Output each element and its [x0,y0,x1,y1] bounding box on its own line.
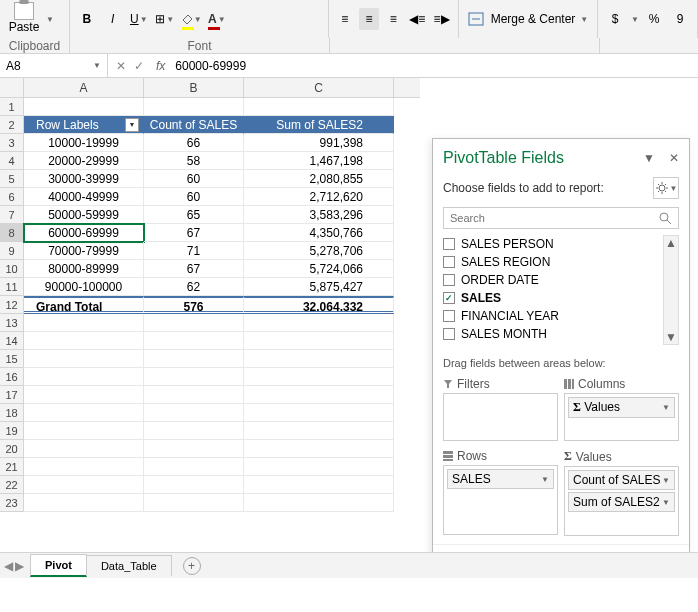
cell[interactable] [24,314,144,332]
row-header[interactable]: 3 [0,134,24,152]
row-header[interactable]: 18 [0,404,24,422]
cell[interactable]: 65 [144,206,244,224]
cell[interactable]: 50000-59999 [24,206,144,224]
cell[interactable]: 66 [144,134,244,152]
italic-button[interactable]: I [102,8,124,30]
columns-area[interactable]: Σ Values▼ [564,393,679,441]
row-header[interactable]: 11 [0,278,24,296]
row-header[interactable]: 14 [0,332,24,350]
cell[interactable] [244,440,394,458]
close-icon[interactable]: ✕ [669,151,679,165]
filters-area[interactable] [443,393,558,441]
cell[interactable]: 60000-69999 [24,224,144,242]
cell[interactable]: 5,278,706 [244,242,394,260]
cancel-formula-icon[interactable]: ✕ [116,59,126,73]
row-header[interactable]: 13 [0,314,24,332]
cell[interactable] [244,350,394,368]
cell[interactable]: 80000-89999 [24,260,144,278]
cell[interactable]: 3,583,296 [244,206,394,224]
tab-data-table[interactable]: Data_Table [86,555,172,576]
row-header[interactable]: 1 [0,98,24,116]
border-button[interactable]: ⊞▼ [154,8,176,30]
indent-decrease-button[interactable]: ◀≡ [407,8,427,30]
fill-color-button[interactable]: ▼ [180,8,202,30]
cell[interactable] [244,98,394,116]
field-scrollbar[interactable]: ▲▼ [663,235,679,345]
cell[interactable]: Sum of SALES2 [244,116,394,134]
cell[interactable] [144,314,244,332]
cell[interactable] [144,494,244,512]
cell[interactable] [144,440,244,458]
cell[interactable] [244,422,394,440]
pane-menu-icon[interactable]: ▼ [643,151,655,165]
cell[interactable]: 2,712,620 [244,188,394,206]
merge-dropdown[interactable]: ▼ [580,15,588,24]
percent-button[interactable]: % [643,8,665,30]
clipboard-expand[interactable]: ▼ [46,15,54,24]
cell[interactable]: 70000-79999 [24,242,144,260]
cell[interactable]: 5,724,066 [244,260,394,278]
currency-button[interactable]: $ [604,8,626,30]
tab-pivot[interactable]: Pivot [30,554,87,577]
tab-next-icon[interactable]: ▶ [15,559,24,573]
cell[interactable] [24,476,144,494]
values-pill-count[interactable]: Count of SALES▼ [568,470,675,490]
cell[interactable]: 90000-100000 [24,278,144,296]
cell[interactable] [144,368,244,386]
cell[interactable]: 58 [144,152,244,170]
row-header[interactable]: 19 [0,422,24,440]
row-header[interactable]: 10 [0,260,24,278]
row-header[interactable]: 21 [0,458,24,476]
cell[interactable] [24,98,144,116]
cell[interactable] [144,386,244,404]
cell[interactable] [24,422,144,440]
cell[interactable]: 20000-29999 [24,152,144,170]
row-header[interactable]: 22 [0,476,24,494]
new-sheet-button[interactable]: + [183,557,201,575]
cell[interactable] [24,350,144,368]
row-header[interactable]: 20 [0,440,24,458]
comma-button[interactable]: 9 [669,8,691,30]
field-item[interactable]: ✓SALES [443,289,679,307]
cell[interactable] [244,332,394,350]
row-header[interactable]: 8 [0,224,24,242]
indent-increase-button[interactable]: ≡▶ [431,8,451,30]
row-header[interactable]: 16 [0,368,24,386]
cell[interactable] [244,476,394,494]
cell[interactable]: Count of SALES [144,116,244,134]
cell[interactable] [24,458,144,476]
row-header[interactable]: 5 [0,170,24,188]
values-area[interactable]: Count of SALES▼ Sum of SALES2▼ [564,466,679,536]
cell[interactable] [24,440,144,458]
font-color-button[interactable]: A▼ [206,8,228,30]
col-header-c[interactable]: C [244,78,394,97]
fx-icon[interactable]: fx [152,59,169,73]
cell[interactable]: 60 [144,188,244,206]
row-header[interactable]: 9 [0,242,24,260]
col-header-b[interactable]: B [144,78,244,97]
cell[interactable] [144,422,244,440]
tab-prev-icon[interactable]: ◀ [4,559,13,573]
row-header[interactable]: 6 [0,188,24,206]
cell[interactable] [244,368,394,386]
cell[interactable]: 32,064,332 [244,296,394,314]
field-item[interactable]: ORDER DATE [443,271,679,289]
filter-button[interactable]: ▼ [125,118,139,132]
underline-button[interactable]: U▼ [128,8,150,30]
bold-button[interactable]: B [76,8,98,30]
cell[interactable] [24,494,144,512]
cell[interactable]: 30000-39999 [24,170,144,188]
cell[interactable] [144,476,244,494]
formula-bar[interactable]: 60000-69999 [169,57,698,75]
cell[interactable] [244,494,394,512]
align-right-button[interactable]: ≡ [383,8,403,30]
cell[interactable] [144,332,244,350]
merge-center-button[interactable]: Merge & Center [491,12,576,26]
cell[interactable]: 10000-19999 [24,134,144,152]
enter-formula-icon[interactable]: ✓ [134,59,144,73]
field-item[interactable]: SALES MONTH [443,325,679,343]
align-center-button[interactable]: ≡ [359,8,379,30]
cell[interactable] [24,368,144,386]
cell[interactable] [244,458,394,476]
search-input[interactable] [450,212,658,224]
